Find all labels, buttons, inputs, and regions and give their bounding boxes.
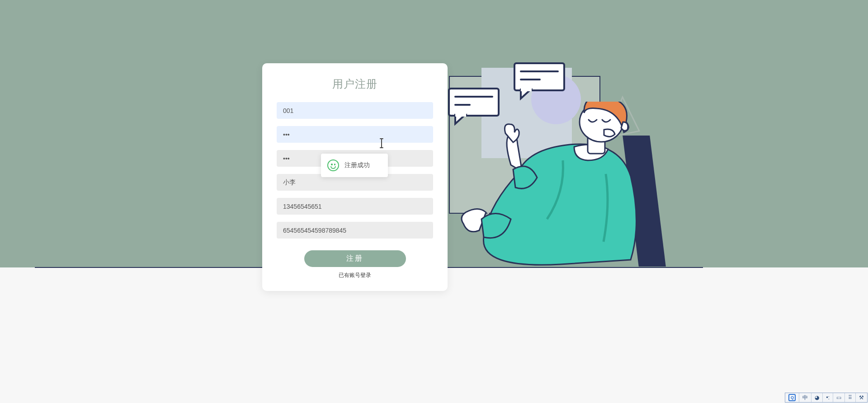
illustration-person <box>452 102 665 269</box>
phone-input[interactable] <box>277 198 433 215</box>
ime-keyboard-button[interactable]: ▭ <box>833 393 845 402</box>
ime-logo-icon: Q <box>788 394 796 401</box>
text-cursor-icon <box>381 139 382 147</box>
ime-toolbar-handle[interactable]: ⠿ <box>845 393 856 402</box>
register-button[interactable]: 注册 <box>304 250 406 267</box>
svg-rect-3 <box>521 88 532 91</box>
smile-success-icon <box>327 159 339 171</box>
toast-message: 注册成功 <box>344 161 370 169</box>
ime-punct-button[interactable]: ◕ <box>811 393 823 402</box>
ime-logo-button[interactable]: Q <box>785 393 799 402</box>
userid-input[interactable] <box>277 102 433 119</box>
ime-settings-button[interactable]: ⚒ <box>856 393 867 402</box>
ime-toolbar[interactable]: Q 中 ◕ •: ▭ ⠿ ⚒ <box>785 393 868 403</box>
register-card: 用户注册 注册 已有账号登录 <box>262 63 448 291</box>
password-input[interactable] <box>277 126 433 143</box>
ime-language-button[interactable]: 中 <box>799 393 811 402</box>
success-toast: 注册成功 <box>321 154 388 177</box>
card-title: 用户注册 <box>277 77 433 91</box>
speech-bubble-icon <box>513 61 569 104</box>
idcard-input[interactable] <box>277 222 433 239</box>
ime-punct-small-button[interactable]: •: <box>823 393 833 402</box>
login-link[interactable]: 已有账号登录 <box>277 272 433 279</box>
svg-rect-1 <box>514 63 564 90</box>
